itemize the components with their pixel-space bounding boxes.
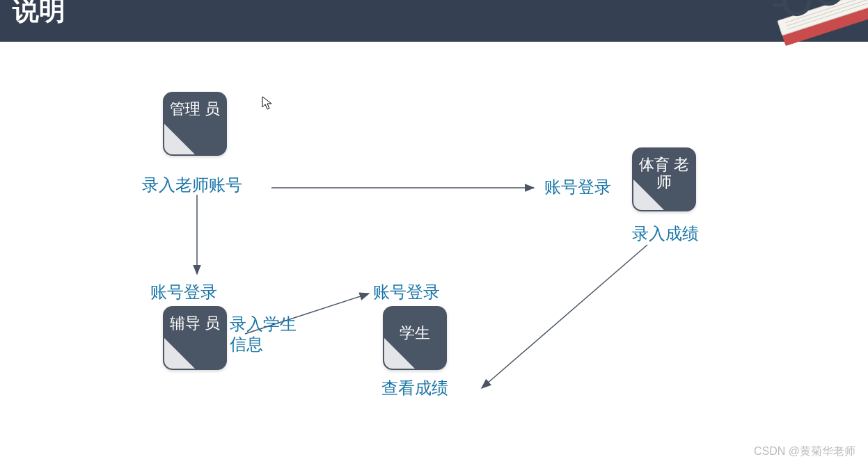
label-enter-student-info: 录入学生 信息: [230, 314, 297, 355]
label-account-login-pe: 账号登录: [544, 177, 611, 198]
diagram-canvas: 管理 员 体育 老师 辅导 员 学生 录入老师账号 账号登录 录入成绩 账号登录…: [0, 42, 868, 466]
svg-line-13: [482, 245, 647, 388]
node-admin-label: 管理 员: [164, 100, 226, 118]
label-enter-score: 录入成绩: [632, 224, 699, 244]
watermark: CSDN @黄菊华老师: [754, 444, 855, 459]
cursor-icon: [262, 96, 273, 113]
node-student-label: 学生: [384, 324, 445, 342]
label-account-login-tutor: 账号登录: [150, 282, 217, 303]
book-glasses-decoration: [764, 0, 868, 77]
node-pe-teacher-label: 体育 老师: [633, 156, 695, 191]
label-account-login-student: 账号登录: [373, 282, 440, 303]
node-tutor-label: 辅导 员: [164, 314, 226, 332]
node-tutor: 辅导 员: [163, 306, 227, 370]
page-title: 说明: [13, 0, 65, 29]
diagram-arrows: [0, 42, 868, 466]
node-student: 学生: [383, 306, 447, 370]
label-enter-teacher-account: 录入老师账号: [142, 175, 242, 195]
node-pe-teacher: 体育 老师: [632, 147, 696, 211]
label-view-score: 查看成绩: [381, 378, 448, 399]
node-admin: 管理 员: [163, 92, 227, 156]
page-header: 说明: [0, 0, 868, 42]
